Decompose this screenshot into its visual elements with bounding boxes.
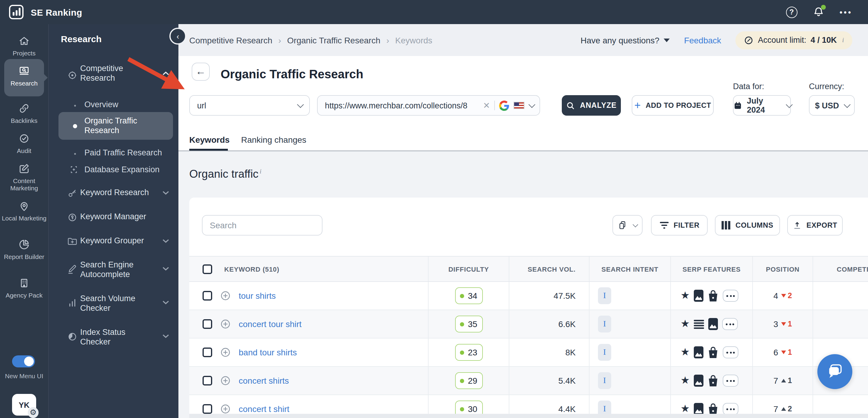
search-mode-select[interactable]: url: [189, 95, 310, 116]
nav-item-search-engine-autocomplete[interactable]: Search Engine Autocomplete: [80, 260, 156, 280]
serp-features-cell: ★: [670, 339, 752, 366]
shopping-bag-icon: [708, 346, 719, 358]
header-search-vol[interactable]: SEARCH VOL.: [509, 257, 589, 281]
sidebar-item-agency-pack[interactable]: Agency Pack: [0, 277, 48, 299]
nav-item-index-status-checker[interactable]: Index Status Checker: [80, 328, 156, 347]
nav-item-paid-traffic-research[interactable]: Paid Traffic Research: [84, 148, 162, 158]
add-keyword-icon[interactable]: [219, 290, 231, 302]
header-serp-features[interactable]: SERP FEATURES: [670, 257, 752, 281]
more-menu-icon[interactable]: •••: [840, 7, 852, 17]
new-menu-ui-toggle[interactable]: [12, 355, 35, 367]
tab-keywords[interactable]: Keywords: [189, 135, 230, 144]
collapse-panel-button[interactable]: ‹: [169, 28, 186, 44]
columns-button[interactable]: COLUMNS: [715, 215, 780, 235]
more-features-icon[interactable]: [723, 375, 739, 387]
more-features-icon[interactable]: [723, 290, 739, 302]
filter-button[interactable]: FILTER: [651, 215, 708, 235]
sidebar-item-report-builder[interactable]: Report Builder: [0, 238, 48, 260]
tab-ranking-changes[interactable]: Ranking changes: [241, 135, 306, 144]
nav-item-organic-traffic-research-selected[interactable]: Organic Traffic Research: [59, 112, 173, 140]
header-competition[interactable]: COMPETITION: [812, 257, 868, 281]
back-button[interactable]: ←: [192, 63, 210, 81]
add-keyword-icon[interactable]: [219, 346, 231, 358]
account-limit-badge[interactable]: Account limit: 4 / 10K i: [736, 31, 852, 49]
row-checkbox[interactable]: [203, 404, 212, 414]
clear-input-icon[interactable]: ✕: [483, 101, 490, 110]
row-checkbox[interactable]: [203, 291, 212, 300]
nav-item-keyword-manager[interactable]: Keyword Manager: [80, 212, 146, 222]
sidebar-item-label: Research: [10, 79, 38, 87]
currency-select[interactable]: $ USD: [809, 95, 855, 116]
nav-item-search-volume-checker[interactable]: Search Volume Checker: [80, 294, 156, 313]
keyword-link[interactable]: concert shirts: [239, 376, 289, 385]
search-intent-cell: I: [589, 367, 670, 394]
shopping-bag-icon: [708, 403, 719, 415]
more-features-icon[interactable]: [723, 403, 739, 415]
add-keyword-icon[interactable]: [219, 318, 231, 330]
info-icon[interactable]: i: [260, 168, 261, 175]
sidebar-item-research[interactable]: Research: [4, 59, 44, 96]
url-value: https://www.merchbar.com/collections/8: [325, 101, 479, 110]
export-button[interactable]: EXPORT: [787, 215, 843, 235]
chevron-down-icon[interactable]: [529, 101, 535, 108]
top-bar: SE Ranking ? •••: [0, 0, 868, 24]
header-search-intent[interactable]: SEARCH INTENT: [589, 257, 670, 281]
table-row: tour shirts3447.5KI★42: [189, 282, 868, 310]
star-icon: ★: [681, 346, 690, 358]
add-to-project-button[interactable]: + ADD TO PROJECT: [632, 95, 714, 116]
row-checkbox[interactable]: [203, 348, 212, 357]
row-checkbox[interactable]: [203, 319, 212, 329]
breadcrumb-item[interactable]: Organic Traffic Research: [287, 35, 380, 45]
sidebar-item-content-marketing[interactable]: Content Marketing: [0, 163, 48, 192]
url-input[interactable]: https://www.merchbar.com/collections/8 ✕: [317, 95, 540, 116]
period-value: July 2024: [747, 96, 781, 115]
currency-label: Currency:: [809, 82, 844, 91]
breadcrumb-item[interactable]: Competitive Research: [189, 35, 272, 45]
keyword-cell: tour shirts: [189, 282, 428, 310]
search-input[interactable]: [210, 220, 319, 230]
analyze-button[interactable]: ANALYZE: [562, 95, 621, 116]
keyword-link[interactable]: concert tour shirt: [239, 319, 302, 329]
nav-item-overview[interactable]: Overview: [84, 100, 119, 109]
export-label: EXPORT: [807, 221, 837, 229]
notifications-bell-icon[interactable]: [812, 5, 825, 19]
header-difficulty[interactable]: DIFFICULTY: [428, 257, 509, 281]
copy-dropdown-button[interactable]: [613, 215, 643, 235]
nav-item-keyword-grouper[interactable]: Keyword Grouper: [80, 236, 144, 246]
period-select[interactable]: July 2024: [733, 95, 791, 116]
keyword-link[interactable]: tour shirts: [239, 291, 276, 300]
sidebar-item-audit[interactable]: Audit: [0, 132, 48, 154]
nav-item-database-expansion[interactable]: Database Expansion: [84, 165, 159, 175]
nav-item-keyword-research[interactable]: Keyword Research: [80, 188, 149, 198]
horizontal-scrollbar[interactable]: [189, 414, 868, 418]
keyword-link[interactable]: band tour shirts: [239, 348, 297, 357]
more-features-icon[interactable]: [722, 318, 738, 330]
sidebar-item-projects[interactable]: Projects: [0, 35, 48, 57]
keyword-cell: concert shirts: [189, 367, 428, 394]
help-icon[interactable]: ?: [786, 6, 798, 18]
keyword-link[interactable]: concert t shirt: [239, 404, 289, 414]
check-circle-icon: [18, 132, 30, 144]
pie-chart-icon: [18, 238, 30, 251]
header-keyword[interactable]: KEYWORD (510): [189, 257, 428, 281]
chat-widget-button[interactable]: [817, 354, 852, 389]
table-search[interactable]: [202, 215, 322, 235]
have-questions-dropdown[interactable]: Have any questions?: [581, 35, 670, 45]
sidebar-item-label: Agency Pack: [6, 291, 43, 299]
feedback-link[interactable]: Feedback: [684, 35, 721, 45]
chevron-down-icon: [162, 238, 169, 243]
sidebar-item-local-marketing[interactable]: Local Marketing: [0, 200, 48, 222]
add-keyword-icon[interactable]: [219, 375, 231, 387]
add-keyword-icon[interactable]: [219, 403, 231, 415]
image-icon: [694, 403, 704, 415]
search-vol-cell: 8K: [509, 339, 589, 366]
more-features-icon[interactable]: [723, 346, 739, 358]
difficulty-dot: [460, 350, 464, 354]
row-checkbox[interactable]: [203, 376, 212, 385]
settings-gear-icon[interactable]: ⚙: [28, 407, 38, 418]
nav-panel-title: Research: [61, 34, 101, 44]
select-all-checkbox[interactable]: [203, 264, 212, 274]
header-position[interactable]: POSITION: [752, 257, 812, 281]
chevron-up-icon: [162, 71, 169, 76]
sidebar-item-backlinks[interactable]: Backlinks: [0, 102, 48, 124]
